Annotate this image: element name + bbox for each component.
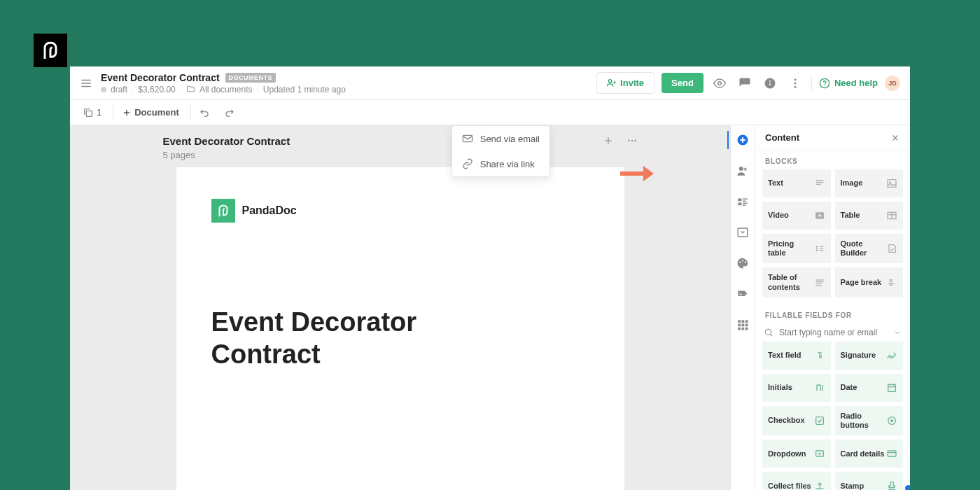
block-tile-label: Table — [841, 211, 860, 220]
pages-thumbnail-button[interactable]: 1 — [78, 104, 106, 121]
block-text[interactable]: Text — [762, 169, 831, 197]
block-tile-label: Card details — [841, 449, 885, 458]
email-icon — [462, 133, 473, 144]
folder-label[interactable]: All documents — [200, 85, 252, 94]
block-pagebreak[interactable]: Page break — [835, 267, 904, 297]
rail-recipients-icon[interactable] — [734, 162, 752, 180]
svg-point-29 — [739, 167, 743, 171]
send-dropdown: Send via email Share via link — [451, 125, 550, 177]
recipient-search[interactable] — [755, 323, 910, 342]
block-video[interactable]: Video — [762, 202, 831, 230]
canvas-doc-title: Event Decorator Contract — [163, 135, 290, 147]
fillable-initials[interactable]: Initials — [762, 374, 831, 402]
document-header-row: Event Decorator Contract 5 pages — [144, 125, 657, 167]
close-panel-button[interactable] — [890, 133, 900, 143]
need-help-link[interactable]: Need help — [819, 78, 878, 89]
svg-rect-48 — [746, 324, 748, 327]
rail-variables-icon[interactable] — [734, 192, 752, 211]
fillable-signature[interactable]: Signature — [835, 342, 904, 370]
chevron-down-icon[interactable] — [893, 328, 902, 337]
info-icon[interactable] — [761, 74, 779, 92]
rail-workflow-icon[interactable] — [734, 223, 752, 241]
fillable-card[interactable]: Card details — [835, 440, 904, 468]
folder-icon — [186, 85, 195, 94]
svg-rect-31 — [738, 199, 741, 202]
redo-button[interactable] — [219, 104, 239, 121]
block-image[interactable]: Image — [835, 169, 904, 197]
rail-apps-icon[interactable] — [734, 316, 752, 334]
block-tile-label: Page break — [841, 278, 882, 287]
svg-rect-76 — [816, 417, 823, 425]
document-page[interactable]: PandaDoc Event Decorator Contract — [176, 167, 624, 490]
share-via-link-item[interactable]: Share via link — [452, 151, 550, 176]
initials-icon — [814, 382, 825, 393]
svg-point-39 — [742, 260, 743, 261]
block-tile-label: Date — [841, 383, 858, 392]
svg-point-69 — [765, 329, 771, 335]
add-page-icon[interactable] — [603, 135, 614, 146]
block-pricing[interactable]: Pricing table — [762, 234, 831, 263]
block-table[interactable]: Table — [835, 202, 904, 230]
more-horizontal-icon[interactable] — [626, 135, 638, 146]
fillable-checkbox[interactable]: Checkbox — [762, 406, 831, 435]
block-quote[interactable]: Quote Builder — [835, 234, 904, 263]
fillable-textfield[interactable]: Text field — [762, 342, 831, 370]
svg-rect-49 — [738, 328, 741, 330]
recipient-search-input[interactable] — [779, 328, 888, 337]
status-dot-icon — [101, 87, 106, 92]
svg-line-70 — [770, 334, 772, 336]
fillable-date[interactable]: Date — [835, 374, 904, 402]
block-tile-label: Text — [768, 178, 783, 188]
block-tile-label: Collect files — [768, 482, 811, 490]
add-document-button[interactable]: Document — [118, 104, 183, 120]
upload-icon — [814, 480, 825, 490]
copy-icon — [83, 107, 94, 118]
fillable-radio[interactable]: Radio buttons — [835, 406, 904, 435]
block-toc[interactable]: Table of contents — [762, 267, 831, 297]
rail-design-icon[interactable] — [734, 254, 752, 272]
user-avatar[interactable]: JD — [885, 76, 900, 91]
svg-point-12 — [794, 85, 796, 88]
header-title-wrap: Event Decorator Contract DOCUMENTS draft… — [101, 72, 588, 94]
dropdown-icon — [814, 448, 825, 459]
fillable-upload[interactable]: Collect files — [762, 472, 831, 490]
rail-signing-icon[interactable] — [734, 285, 752, 303]
block-tile-label: Image — [841, 178, 863, 188]
block-tile-label: Dropdown — [768, 449, 806, 458]
pandadoc-logo-icon — [211, 199, 235, 223]
date-icon — [886, 382, 897, 393]
text-icon — [814, 178, 825, 189]
svg-rect-36 — [743, 205, 746, 206]
stamp-icon — [886, 480, 897, 490]
undo-icon — [200, 107, 211, 118]
menu-icon[interactable] — [80, 77, 92, 90]
rail-content-icon[interactable] — [734, 131, 752, 149]
svg-point-21 — [631, 140, 633, 142]
more-vertical-icon[interactable] — [786, 74, 804, 92]
svg-rect-50 — [742, 328, 745, 330]
fillable-dropdown[interactable]: Dropdown — [762, 440, 831, 468]
block-tile-label: Video — [768, 211, 789, 220]
block-tile-label: Quote Builder — [841, 239, 887, 258]
status-label: draft — [111, 85, 127, 94]
block-tile-label: Checkbox — [768, 416, 805, 425]
editor-canvas[interactable]: Event Decorator Contract 5 pages PandaDo… — [70, 125, 730, 490]
svg-point-38 — [739, 261, 741, 262]
content-panel-title: Content — [765, 132, 799, 143]
help-icon — [819, 78, 830, 89]
svg-rect-45 — [746, 320, 748, 323]
undo-button[interactable] — [195, 104, 215, 121]
preview-icon[interactable] — [710, 74, 729, 92]
svg-rect-54 — [888, 180, 896, 188]
invite-button[interactable]: Invite — [596, 72, 654, 94]
fillable-stamp[interactable]: Stamp — [835, 472, 904, 490]
right-rail — [730, 125, 755, 490]
svg-rect-44 — [742, 320, 745, 323]
page-title[interactable]: Event Decorator Contract — [211, 307, 589, 370]
block-tile-label: Table of contents — [768, 273, 814, 291]
toolbar: 1 Document — [70, 100, 910, 125]
comments-icon[interactable] — [736, 74, 754, 92]
send-button[interactable]: Send — [662, 73, 704, 93]
svg-point-6 — [718, 81, 722, 85]
send-via-email-item[interactable]: Send via email — [452, 126, 550, 151]
